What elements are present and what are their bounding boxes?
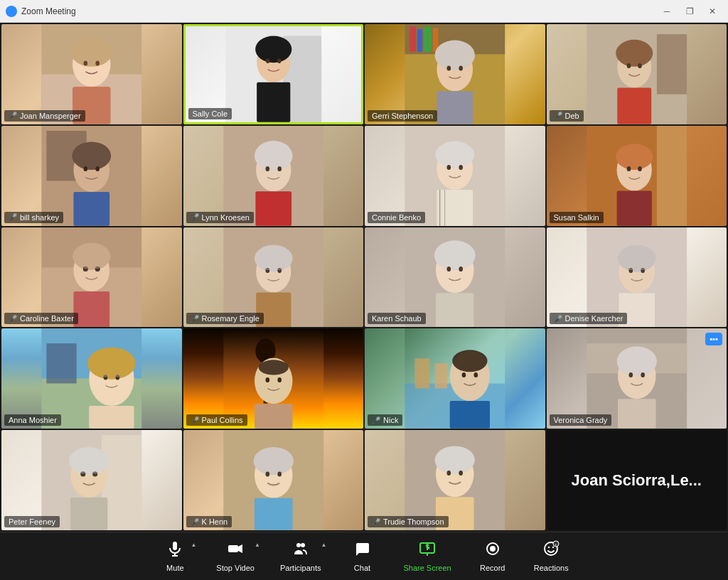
name-label-deb: 🎤 Deb	[550, 110, 584, 122]
svg-rect-90	[641, 268, 645, 269]
window-title: Zoom Meeting	[21, 6, 657, 16]
participant-peter-feeney: Peter Feeney	[1, 430, 182, 530]
svg-rect-118	[450, 401, 490, 429]
svg-rect-100	[116, 376, 120, 377]
svg-point-82	[459, 267, 463, 272]
video-caret[interactable]: ▲	[255, 542, 260, 548]
svg-rect-101	[89, 407, 134, 429]
svg-point-36	[72, 141, 111, 169]
participant-bill-sharkey: 🎤 bill sharkey	[1, 126, 182, 226]
joan-sciorra-text: Joan Sciorra,Le...	[557, 457, 716, 504]
participant-sally-cole: Sally Cole	[183, 24, 364, 124]
svg-rect-99	[103, 376, 107, 377]
svg-rect-68	[95, 267, 100, 268]
more-options-button[interactable]: •••	[705, 333, 722, 345]
name-label-gerri-stephenson: Gerri Stephenson	[368, 110, 437, 122]
svg-point-129	[69, 447, 109, 475]
svg-rect-83	[436, 293, 474, 328]
svg-rect-147	[173, 542, 177, 550]
name-label-bill-sharkey: 🎤 bill sharkey	[4, 212, 63, 223]
participant-lynn-kroesen: 🎤 Lynn Kroesen	[183, 126, 364, 226]
participants-caret[interactable]: ▲	[321, 542, 327, 548]
participants-button[interactable]: ▲ Participants	[267, 536, 333, 576]
svg-point-13	[277, 58, 281, 63]
participant-gerri-stephenson: Gerri Stephenson	[365, 24, 545, 124]
svg-point-152	[296, 543, 301, 547]
name-label-joan-mansperger: 🎤 Joan Mansperger	[4, 110, 85, 122]
svg-point-59	[638, 166, 642, 171]
participant-paul-collins: 🎤 Paul Collins	[183, 328, 364, 429]
toolbar: ▲ Mute ▲ Stop Video ▲	[0, 532, 728, 580]
participant-k-henn: 🎤 K Henn	[183, 430, 364, 530]
stop-video-button[interactable]: ▲ Stop Video	[203, 536, 267, 576]
svg-point-80	[434, 240, 476, 270]
svg-point-43	[265, 166, 269, 171]
svg-point-108	[277, 377, 282, 382]
svg-point-31	[638, 63, 642, 68]
svg-point-50	[459, 165, 463, 170]
svg-rect-39	[73, 192, 109, 226]
close-button[interactable]: ✕	[702, 4, 722, 18]
mute-icon-denise: 🎤	[554, 315, 562, 323]
svg-point-124	[641, 372, 645, 377]
participant-rosemary-engle: 🎤 Rosemary Engle	[183, 227, 364, 328]
svg-point-145	[459, 471, 463, 476]
svg-point-38	[95, 166, 100, 171]
svg-point-96	[87, 348, 136, 380]
participant-trudie-thompson: 🎤 Trudie Thompson	[365, 430, 545, 530]
name-label-lynn-kroesen: 🎤 Lynn Kroesen	[186, 212, 254, 223]
participants-label: Participants	[280, 564, 321, 572]
svg-point-44	[277, 166, 282, 171]
video-icon	[227, 540, 244, 562]
svg-rect-75	[264, 268, 269, 269]
participant-joan-mansperger: 🎤 Joan Mansperger	[1, 24, 182, 124]
restore-button[interactable]: ❐	[680, 4, 700, 18]
participants-icon	[292, 540, 309, 562]
svg-rect-18	[417, 29, 422, 52]
name-label-caroline-baxter: 🎤 Caroline Baxter	[4, 313, 78, 324]
svg-point-144	[446, 471, 451, 476]
minimize-button[interactable]: ─	[657, 4, 677, 18]
mute-button[interactable]: ▲ Mute	[146, 536, 203, 576]
svg-point-139	[277, 472, 282, 477]
svg-rect-76	[277, 268, 282, 269]
participant-connie-benko: Connie Benko	[365, 126, 545, 226]
share-screen-button[interactable]: Share Screen	[390, 536, 464, 576]
svg-rect-134	[70, 498, 107, 530]
chat-button[interactable]: Chat	[333, 536, 390, 576]
svg-rect-19	[424, 27, 432, 52]
record-button[interactable]: Record	[464, 536, 521, 576]
svg-point-0	[8, 8, 15, 15]
participant-denise-kaercher: 🎤 Denise Kaercher	[547, 227, 727, 328]
svg-rect-89	[628, 268, 632, 269]
svg-point-30	[626, 63, 631, 68]
svg-rect-125	[617, 399, 655, 429]
svg-rect-60	[616, 190, 651, 225]
record-label: Record	[480, 564, 505, 572]
participant-karen-schaub: Karen Schaub	[365, 227, 545, 328]
svg-point-106	[258, 360, 288, 375]
svg-rect-25	[437, 91, 473, 124]
svg-point-137	[253, 447, 293, 475]
svg-rect-32	[617, 87, 651, 124]
mute-label: Mute	[166, 564, 183, 572]
mute-icon-lynn: 🎤	[191, 213, 199, 221]
share-screen-label: Share Screen	[403, 564, 451, 572]
svg-rect-69	[73, 291, 109, 328]
mute-caret[interactable]: ▲	[191, 542, 196, 548]
window-controls: ─ ❐ ✕	[657, 4, 722, 18]
svg-point-4	[70, 37, 112, 67]
mute-icon-bill: 🎤	[9, 213, 17, 221]
name-label-karen-schaub: Karen Schaub	[368, 313, 426, 324]
svg-point-117	[474, 372, 478, 377]
reactions-button[interactable]: + Reactions	[521, 536, 582, 576]
svg-rect-14	[257, 82, 290, 122]
name-label-nick: 🎤 Nick	[368, 414, 402, 426]
svg-point-163	[548, 547, 550, 548]
svg-rect-113	[435, 364, 448, 389]
participant-veronica-grady: Veronica Grady •••	[547, 328, 727, 429]
titlebar: Zoom Meeting ─ ❐ ✕	[0, 0, 728, 23]
svg-point-24	[459, 65, 463, 70]
share-screen-icon	[419, 540, 436, 562]
name-label-connie-benko: Connie Benko	[368, 212, 425, 223]
